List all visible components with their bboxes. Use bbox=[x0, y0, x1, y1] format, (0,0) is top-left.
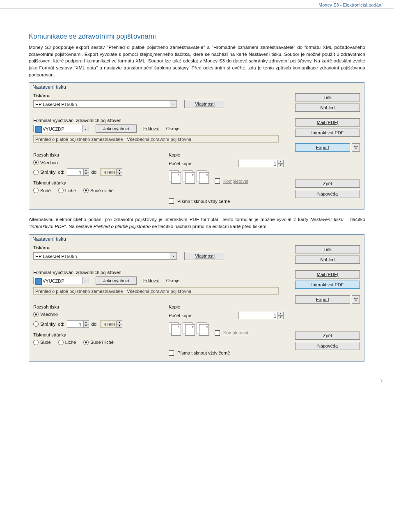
from-stepper[interactable]: 1 ▲▼ bbox=[67, 320, 89, 328]
radio-icon bbox=[83, 188, 89, 193]
chevron-down-icon[interactable]: ⌄ bbox=[170, 100, 177, 108]
margins-link[interactable]: Okraje bbox=[166, 278, 179, 283]
from-label: od: bbox=[58, 322, 64, 327]
to-label: do: bbox=[92, 170, 98, 175]
paragraph-2: Alternativou elektronického podání pro z… bbox=[29, 216, 365, 230]
help-button[interactable]: Nápověda bbox=[295, 190, 360, 198]
copies-label: Kopie bbox=[169, 304, 284, 309]
export-menu-button[interactable]: ▽ bbox=[352, 295, 360, 304]
form-description: Přehled o platbě pojistného zaměstnavate… bbox=[33, 287, 279, 295]
content: Komunikace se zdravotními pojišťovnami M… bbox=[0, 9, 394, 372]
print-settings-dialog-2: Nastavení tisku Tiskárna HP LaserJet P15… bbox=[29, 234, 364, 362]
radio-icon bbox=[33, 160, 39, 165]
print-pages-label: Tisknout stránky bbox=[33, 180, 114, 185]
radio-icon bbox=[58, 188, 64, 193]
collate-checkbox[interactable]: Kompletovat bbox=[215, 178, 248, 184]
help-button[interactable]: Nápověda bbox=[295, 342, 360, 350]
printer-select[interactable]: HP LaserJet P1505n bbox=[33, 100, 170, 108]
printer-label: Tiskárna bbox=[33, 245, 225, 250]
properties-button[interactable]: Vlastnosti bbox=[184, 252, 225, 260]
copies-label: Kopie bbox=[169, 152, 284, 157]
page-header: Money S3 - Elektronická podání bbox=[0, 0, 394, 9]
print-pages-label: Tisknout stránky bbox=[33, 332, 114, 337]
properties-button[interactable]: Vlastnosti bbox=[184, 100, 225, 108]
export-button[interactable]: Export bbox=[295, 143, 350, 152]
from-stepper[interactable]: 1 ▲▼ bbox=[67, 168, 89, 176]
form-description: Přehled o platbě pojistného zaměstnavate… bbox=[33, 135, 279, 143]
both-radio[interactable]: Sudé i liché bbox=[83, 188, 114, 193]
odd-radio[interactable]: Liché bbox=[58, 188, 76, 193]
black-ink-checkbox[interactable]: Písmo tisknout vždy černě bbox=[169, 350, 230, 356]
paragraph-1: Money S3 podporuje export sestav "Přehle… bbox=[29, 44, 365, 78]
section-title: Komunikace se zdravotními pojišťovnami bbox=[29, 32, 365, 41]
range-all-radio[interactable]: Všechno bbox=[33, 312, 58, 317]
range-pages-radio[interactable]: Stránky bbox=[33, 170, 55, 175]
chevron-down-icon[interactable]: ⌄ bbox=[82, 125, 89, 132]
checkbox-icon bbox=[169, 350, 174, 356]
interactive-pdf-button[interactable]: Interaktivní PDF bbox=[295, 129, 360, 137]
printer-label: Tiskárna bbox=[33, 93, 225, 98]
range-all-radio[interactable]: Všechno bbox=[33, 160, 58, 165]
default-button[interactable]: Jako výchozí bbox=[96, 124, 137, 133]
collate-checkbox[interactable]: Kompletovat bbox=[215, 330, 248, 336]
form-icon bbox=[35, 278, 42, 285]
edit-link[interactable]: Editovat bbox=[143, 126, 160, 131]
odd-radio[interactable]: Liché bbox=[58, 340, 76, 345]
radio-icon bbox=[33, 170, 39, 175]
preview-button[interactable]: Náhled bbox=[295, 256, 360, 264]
form-icon bbox=[35, 126, 42, 133]
copy-count-label: Počet kopií: bbox=[169, 313, 192, 318]
export-menu-button[interactable]: ▽ bbox=[352, 143, 360, 152]
page-number: 7 bbox=[0, 372, 394, 388]
print-button[interactable]: Tisk bbox=[295, 93, 360, 101]
dialog-title: Nastavení tisku bbox=[29, 235, 364, 243]
dialog-title: Nastavení tisku bbox=[29, 83, 364, 91]
interactive-pdf-button[interactable]: Interaktivní PDF bbox=[295, 281, 360, 289]
preview-button[interactable]: Náhled bbox=[295, 104, 360, 112]
print-button[interactable]: Tisk bbox=[295, 245, 360, 253]
copies-stepper[interactable]: 1 ▲▼ bbox=[238, 160, 284, 167]
collate-icon: 11 22 33 bbox=[169, 170, 208, 184]
edit-link[interactable]: Editovat bbox=[143, 278, 160, 283]
mail-pdf-button[interactable]: Mail (PDF) bbox=[295, 270, 360, 279]
copies-stepper[interactable]: 1 ▲▼ bbox=[238, 312, 284, 319]
even-radio[interactable]: Sudé bbox=[33, 340, 51, 345]
radio-icon bbox=[83, 340, 89, 345]
checkbox-icon bbox=[169, 198, 174, 204]
chevron-down-icon[interactable]: ⌄ bbox=[82, 277, 89, 284]
radio-icon bbox=[33, 321, 39, 327]
radio-icon bbox=[33, 188, 39, 193]
form-label: Formulář Vyúčtování zdravotních pojišťov… bbox=[33, 270, 279, 275]
black-ink-checkbox[interactable]: Písmo tisknout vždy černě bbox=[169, 198, 230, 204]
margins-link[interactable]: Okraje bbox=[166, 126, 179, 131]
range-label: Rozsah tisku bbox=[33, 304, 122, 309]
form-label: Formulář Vyúčtování zdravotních pojišťov… bbox=[33, 118, 279, 123]
to-stepper[interactable]: 9 999 ▲▼ bbox=[100, 168, 122, 176]
from-label: od: bbox=[58, 170, 64, 175]
radio-icon bbox=[33, 340, 39, 345]
copy-count-label: Počet kopií: bbox=[169, 161, 192, 166]
even-radio[interactable]: Sudé bbox=[33, 188, 51, 193]
back-button[interactable]: Zpět bbox=[295, 180, 360, 188]
to-label: do: bbox=[92, 322, 98, 327]
mail-pdf-button[interactable]: Mail (PDF) bbox=[295, 118, 360, 127]
radio-icon bbox=[33, 312, 39, 317]
default-button[interactable]: Jako výchozí bbox=[96, 276, 137, 285]
side-buttons: Tisk Náhled Mail (PDF) Interaktivní PDF … bbox=[295, 245, 360, 350]
printer-select[interactable]: HP LaserJet P1505n bbox=[33, 252, 170, 260]
both-radio[interactable]: Sudé i liché bbox=[83, 340, 114, 345]
chevron-down-icon[interactable]: ⌄ bbox=[170, 252, 177, 260]
range-pages-radio[interactable]: Stránky bbox=[33, 321, 55, 327]
form-select[interactable]: VYUCZDP bbox=[33, 125, 82, 132]
checkbox-icon bbox=[215, 178, 220, 184]
print-settings-dialog-1: Nastavení tisku Tiskárna HP LaserJet P15… bbox=[29, 82, 364, 210]
back-button[interactable]: Zpět bbox=[295, 332, 360, 340]
export-button[interactable]: Export bbox=[295, 295, 350, 304]
range-label: Rozsah tisku bbox=[33, 152, 122, 157]
to-stepper[interactable]: 9 999 ▲▼ bbox=[100, 320, 122, 328]
collate-icon: 11 22 33 bbox=[169, 322, 208, 336]
form-select[interactable]: VYUCZDP bbox=[33, 277, 82, 284]
side-buttons: Tisk Náhled Mail (PDF) Interaktivní PDF … bbox=[295, 93, 360, 198]
checkbox-icon bbox=[215, 330, 220, 336]
radio-icon bbox=[58, 340, 64, 345]
